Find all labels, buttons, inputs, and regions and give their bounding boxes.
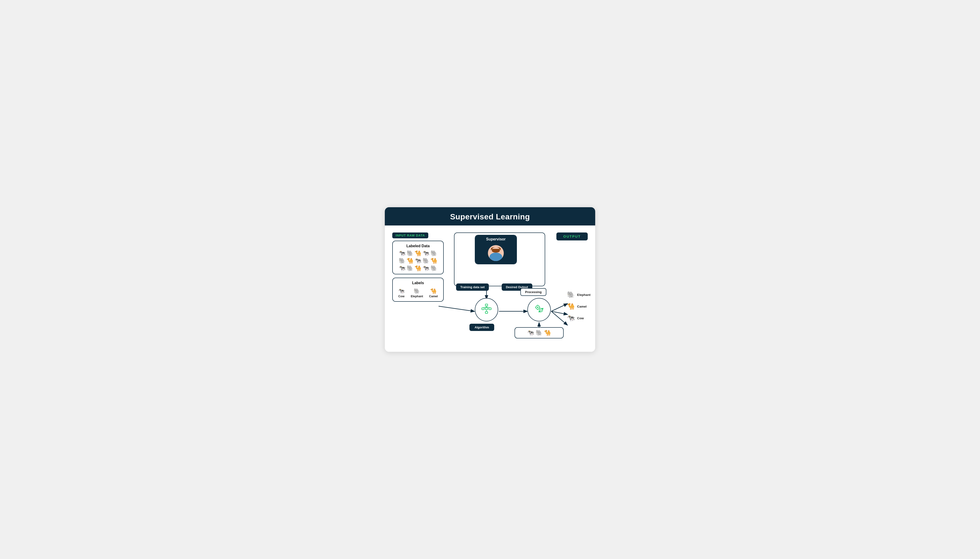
processing-label: Processing	[520, 288, 546, 296]
animal-3: 🐄	[422, 250, 429, 256]
svg-line-5	[551, 311, 567, 314]
animal-8: 🐘	[422, 258, 429, 264]
svg-line-6	[551, 311, 567, 325]
animal-12: 🐪	[414, 265, 421, 271]
labeled-data-title: Labeled Data	[395, 244, 441, 248]
svg-rect-11	[485, 311, 488, 313]
test-cow: 🐄	[527, 329, 534, 336]
camel-label: Camel	[429, 295, 438, 298]
animal-0: 🐄	[399, 250, 406, 256]
labels-row: 🐄 Cow 🐘 Elephant 🐪 Camel	[395, 287, 441, 299]
animal-7: 🐄	[414, 258, 421, 264]
elephant-label: Elephant	[411, 295, 423, 298]
animal-9: 🐪	[431, 258, 437, 264]
output-cow: 🐄 Cow	[567, 314, 591, 322]
animal-5: 🐘	[399, 258, 406, 264]
svg-rect-9	[485, 308, 488, 310]
animal-6: 🐪	[406, 258, 414, 264]
test-elephant: 🐘	[536, 329, 543, 336]
labels-box: Labels 🐄 Cow 🐘 Elephant 🐪 Camel	[392, 278, 444, 302]
svg-rect-10	[489, 308, 491, 310]
output-elephant: 🐘 Elephant	[567, 291, 591, 298]
svg-rect-7	[485, 304, 488, 306]
svg-point-19	[541, 310, 542, 311]
diagram-container: Supervised Learning	[385, 207, 595, 352]
processing-circle	[527, 298, 551, 321]
main-content: INPUT RAW DATA Labeled Data 🐄 🐘 🐪 🐄 🐘 🐘 …	[385, 225, 595, 352]
animal-11: 🐘	[406, 265, 414, 271]
main-title: Supervised Learning	[385, 207, 595, 225]
svg-line-4	[551, 304, 567, 311]
animals-grid: 🐄 🐘 🐪 🐄 🐘 🐘 🐪 🐄 🐘 🐪 🐄 🐘 🐪 🐄 🐘	[395, 250, 441, 271]
avatar-circle	[488, 245, 504, 261]
supervisor-box: Supervisor	[475, 235, 517, 264]
animal-10: 🐄	[399, 265, 406, 271]
avatar-body	[490, 253, 502, 261]
output-elephant-emoji: 🐘	[567, 291, 575, 298]
cow-emoji: 🐄	[398, 288, 405, 294]
animal-13: 🐄	[422, 265, 429, 271]
animal-1: 🐘	[406, 250, 414, 256]
output-cow-label: Cow	[577, 316, 584, 320]
output-items: 🐘 Elephant 🐪 Camel 🐄 Cow	[567, 291, 591, 322]
output-camel-emoji: 🐪	[567, 303, 575, 310]
input-raw-data-label: INPUT RAW DATA	[392, 233, 428, 238]
supervisor-avatar	[475, 243, 516, 264]
left-column: INPUT RAW DATA Labeled Data 🐄 🐘 🐪 🐄 🐘 🐘 …	[392, 233, 444, 305]
algorithm-circle	[475, 298, 498, 321]
camel-emoji: 🐪	[430, 288, 437, 294]
elephant-emoji: 🐘	[414, 288, 420, 294]
svg-rect-8	[482, 308, 484, 310]
processing-icon	[533, 303, 545, 317]
output-text: OUTPUT	[563, 234, 581, 238]
animal-4: 🐘	[431, 250, 437, 256]
svg-point-17	[537, 307, 538, 308]
algorithm-label: Algorithm	[469, 324, 494, 331]
label-camel: 🐪 Camel	[429, 288, 438, 298]
avatar-beard	[492, 249, 500, 253]
labels-title: Labels	[395, 281, 441, 285]
animal-2: 🐪	[414, 250, 421, 256]
labeled-data-box: Labeled Data 🐄 🐘 🐪 🐄 🐘 🐘 🐪 🐄 🐘 🐪 🐄 🐘 🐪	[392, 241, 444, 275]
cow-label: Cow	[398, 295, 404, 298]
output-camel-label: Camel	[577, 305, 587, 308]
output-cow-emoji: 🐄	[567, 314, 575, 322]
training-label: Training data set	[456, 283, 489, 291]
svg-line-0	[439, 306, 474, 311]
algorithm-icon	[481, 303, 492, 316]
output-elephant-label: Elephant	[577, 293, 591, 296]
output-camel: 🐪 Camel	[567, 303, 591, 310]
label-elephant: 🐘 Elephant	[411, 288, 423, 298]
label-cow: 🐄 Cow	[398, 288, 405, 298]
output-section-label: OUTPUT	[556, 233, 588, 240]
supervisor-title: Supervisor	[475, 235, 516, 243]
animal-14: 🐘	[431, 265, 437, 271]
test-camel: 🐪	[544, 329, 551, 336]
test-data-box: 🐄 🐘 🐪	[515, 327, 564, 339]
